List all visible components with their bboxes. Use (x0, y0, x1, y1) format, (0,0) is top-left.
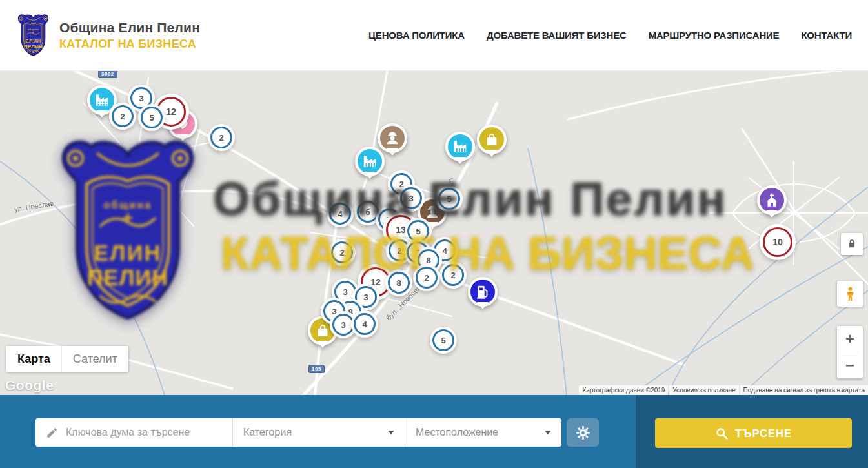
main-nav: ЦЕНОВА ПОЛИТИКА ДОБАВЕТЕ ВАШИЯТ БИЗНЕС М… (347, 30, 852, 41)
cluster-marker[interactable]: 5 (432, 329, 454, 351)
cluster-marker[interactable]: 3 (334, 281, 356, 303)
map-clusters-layer: 3122522356471351024728221283383345 (0, 71, 868, 395)
site-logo[interactable]: Община Елин Пелин КАТАЛОГ НА БИЗНЕСА (16, 14, 200, 57)
map-type-satellite-button[interactable]: Сателит (61, 346, 128, 372)
cluster-marker[interactable]: 4 (354, 313, 376, 335)
cluster-marker[interactable]: 2 (416, 267, 438, 289)
cluster-marker[interactable]: 5 (407, 220, 429, 242)
cluster-marker[interactable]: 10 (763, 227, 792, 257)
cluster-marker[interactable]: 3 (130, 87, 152, 109)
cluster-count: 3 (332, 307, 336, 316)
attribution-report-link[interactable]: Подаване на сигнал за грешка в картата (740, 385, 868, 395)
pegman-icon (842, 286, 858, 302)
attribution-terms-link[interactable]: Условия за ползване (669, 385, 738, 395)
search-submit-label: ТЪРСЕНЕ (735, 427, 792, 440)
cluster-count: 10 (772, 237, 783, 247)
cluster-marker[interactable]: 4 (329, 203, 351, 225)
pencil-icon (46, 427, 58, 439)
cluster-count: 2 (397, 246, 401, 256)
search-submit-button[interactable]: ТЪРСЕНЕ (655, 418, 852, 448)
cluster-count: 4 (338, 209, 342, 219)
cluster-count: 12 (166, 107, 176, 117)
gear-icon (575, 425, 591, 441)
map-type-map-button[interactable]: Карта (6, 346, 61, 372)
cluster-marker[interactable]: 2 (210, 127, 232, 148)
cluster-marker[interactable]: 3 (400, 187, 422, 209)
cluster-marker[interactable]: 5 (438, 188, 460, 210)
cluster-count: 12 (370, 277, 381, 287)
cluster-count: 13 (396, 225, 406, 235)
cluster-count: 3 (343, 287, 347, 297)
cluster-count: 5 (447, 194, 451, 204)
map-attribution: Картографски данни ©2019 Условия за полз… (579, 385, 868, 395)
cluster-count: 2 (450, 270, 455, 280)
street-view-pegman-button[interactable] (837, 281, 863, 307)
cluster-count: 5 (441, 336, 445, 345)
cluster-count: 2 (424, 273, 429, 283)
cluster-marker[interactable]: 5 (141, 107, 163, 128)
nav-contacts[interactable]: КОНТАКТИ (801, 30, 852, 41)
cluster-count: 2 (219, 133, 223, 143)
cluster-marker[interactable]: 6 (357, 201, 379, 223)
cluster-count: 4 (362, 320, 367, 329)
zoom-control: + − (837, 326, 863, 378)
keyword-field (35, 418, 232, 447)
cluster-count: 2 (399, 179, 403, 189)
municipality-crest-icon (16, 14, 50, 57)
nav-route-schedule[interactable]: МАРШРУТНО РАЗПИСАНИЕ (649, 30, 780, 41)
cluster-marker[interactable]: 2 (331, 241, 353, 263)
zoom-out-button[interactable]: − (837, 352, 863, 378)
search-section: Категория Местоположение (0, 395, 868, 468)
cluster-count: 4 (442, 246, 447, 256)
cluster-count: 3 (341, 320, 345, 330)
cluster-marker[interactable]: 2 (442, 264, 464, 286)
chevron-down-icon (545, 431, 551, 434)
cluster-count: 5 (149, 113, 154, 123)
keyword-search-input[interactable] (58, 427, 232, 438)
category-select-value: Категория (233, 427, 388, 438)
cluster-count: 2 (339, 248, 344, 258)
location-select-value: Местоположение (405, 427, 545, 438)
site-header: Община Елин Пелин КАТАЛОГ НА БИЗНЕСА ЦЕН… (0, 0, 868, 71)
advanced-search-button[interactable] (567, 418, 599, 447)
chevron-down-icon (388, 431, 394, 434)
cluster-count: 2 (120, 112, 125, 121)
cluster-count: 3 (139, 94, 143, 103)
map-lock-button[interactable] (841, 233, 863, 255)
cluster-count: 5 (416, 227, 420, 236)
cluster-marker[interactable]: 8 (388, 272, 410, 294)
cluster-count: 6 (365, 207, 370, 217)
site-title: Община Елин Пелин (59, 20, 200, 36)
map-type-control: Карта Сателит (6, 346, 128, 372)
google-logo[interactable]: Google (5, 378, 54, 393)
attribution-copyright: Картографски данни ©2019 (579, 385, 668, 395)
nav-pricing-policy[interactable]: ЦЕНОВА ПОЛИТИКА (368, 30, 465, 41)
map-canvas[interactable]: ул. Преславбул. „Новоселци“ции“6002105 3… (0, 71, 868, 395)
zoom-in-button[interactable]: + (837, 326, 863, 352)
lock-icon (846, 238, 858, 250)
cluster-count: 8 (426, 256, 430, 265)
category-select[interactable]: Категория (232, 418, 405, 447)
cluster-count: 8 (396, 278, 401, 288)
search-input-group: Категория Местоположение (35, 418, 561, 447)
cluster-marker[interactable]: 3 (332, 314, 354, 336)
cluster-marker[interactable]: 2 (112, 105, 134, 127)
logo-text: Община Елин Пелин КАТАЛОГ НА БИЗНЕСА (59, 20, 200, 51)
cluster-count: 3 (363, 292, 368, 302)
nav-add-your-business[interactable]: ДОБАВЕТЕ ВАШИЯТ БИЗНЕС (487, 30, 627, 41)
search-icon (715, 427, 729, 440)
location-select[interactable]: Местоположение (405, 418, 561, 447)
cluster-count: 3 (409, 194, 413, 203)
site-subtitle: КАТАЛОГ НА БИЗНЕСА (59, 37, 200, 51)
